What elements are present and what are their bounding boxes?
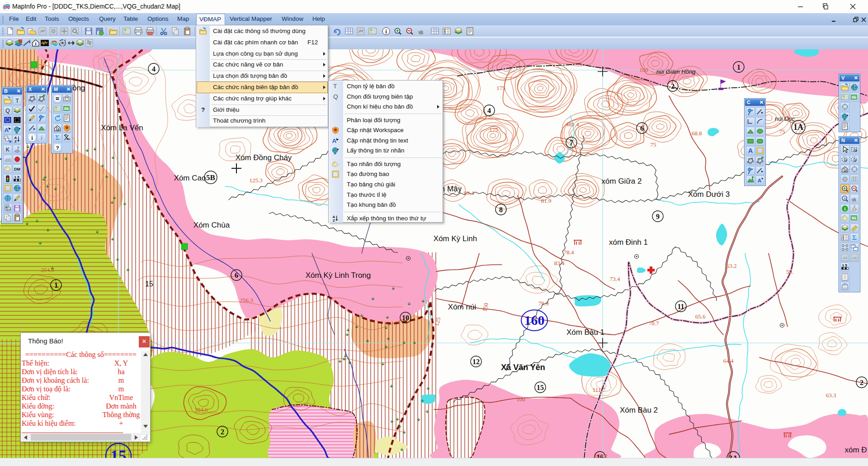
svg-text:Z: Z: [333, 219, 335, 223]
svg-text:81.9: 81.9: [541, 197, 552, 204]
svg-text:73.4: 73.4: [610, 276, 620, 282]
svg-text:12: 12: [472, 358, 480, 366]
svg-text:2: 2: [671, 82, 675, 90]
svg-text:5B: 5B: [206, 173, 215, 182]
svg-text:T: T: [15, 98, 19, 104]
svg-text:68.8: 68.8: [692, 130, 702, 137]
svg-text:63.3: 63.3: [826, 392, 836, 399]
svg-text:1: 1: [737, 63, 741, 71]
svg-text:Xóm núi: Xóm núi: [448, 303, 476, 311]
svg-text:DM: DM: [14, 167, 20, 171]
svg-text:A: A: [758, 177, 762, 183]
svg-text:?: ?: [844, 197, 846, 201]
svg-text:A: A: [4, 126, 9, 133]
svg-text:394.6: 394.6: [194, 406, 208, 413]
svg-text:5%: 5%: [852, 95, 857, 99]
svg-text:100: 100: [516, 396, 525, 403]
svg-text:83.4: 83.4: [554, 260, 565, 266]
svg-text:i: i: [41, 135, 42, 141]
svg-text:1A: 1A: [793, 123, 803, 132]
svg-text:Xóm Đồng Cháy: Xóm Đồng Cháy: [236, 153, 292, 162]
svg-text:1 5: 1 5: [842, 263, 847, 267]
svg-text:Xóm Chùa: Xóm Chùa: [193, 221, 230, 229]
svg-text:Xóm Bàu 1: Xóm Bàu 1: [566, 328, 604, 337]
svg-text:15: 15: [145, 280, 153, 288]
svg-text:5%: 5%: [64, 106, 69, 110]
svg-text:i: i: [29, 38, 30, 44]
svg-text:Xóm La Vến: Xóm La Vến: [101, 124, 143, 132]
svg-text:núi Dọc: núi Dọc: [775, 115, 795, 122]
svg-text:125.3: 125.3: [249, 177, 262, 184]
svg-text:Xóm Cao: Xóm Cao: [174, 174, 206, 182]
svg-text:4: 4: [487, 107, 491, 114]
svg-text:i: i: [385, 28, 387, 35]
svg-text:8: 8: [499, 206, 503, 214]
svg-text:Xã Văn Yên: Xã Văn Yên: [501, 363, 545, 372]
svg-text:160: 160: [524, 313, 545, 328]
svg-text:100: 100: [639, 67, 648, 73]
svg-text:7: 7: [570, 139, 573, 147]
svg-text:256.3: 256.3: [240, 297, 253, 304]
svg-text:núi Giám Hồng: núi Giám Hồng: [656, 68, 696, 75]
svg-text:4: 4: [152, 65, 156, 73]
svg-text:2: 2: [860, 379, 863, 386]
svg-text:79.9: 79.9: [538, 300, 549, 307]
svg-text:63.2: 63.2: [726, 262, 737, 269]
svg-text:9: 9: [656, 213, 660, 220]
svg-text:i: i: [31, 135, 33, 141]
svg-text:xóm Giữa 2: xóm Giữa 2: [602, 177, 642, 185]
svg-text:65.6: 65.6: [695, 313, 706, 320]
svg-text:Xóm Dưới 3: Xóm Dưới 3: [688, 190, 730, 199]
svg-text:15: 15: [537, 384, 544, 391]
svg-text:175: 175: [496, 85, 505, 91]
svg-text:254.0: 254.0: [41, 266, 54, 273]
svg-text:xóm Đ: xóm Đ: [844, 446, 867, 454]
svg-text:59.: 59.: [786, 268, 793, 275]
svg-text:10: 10: [402, 314, 409, 322]
svg-text:i: i: [844, 206, 846, 211]
svg-text:78.4: 78.4: [564, 249, 574, 256]
svg-text:6: 6: [235, 271, 238, 279]
svg-text:K: K: [6, 147, 10, 153]
svg-text:i: i: [35, 41, 36, 46]
svg-text:Σ: Σ: [55, 134, 60, 142]
svg-text:2: 2: [221, 428, 224, 436]
svg-text:481.4: 481.4: [566, 121, 579, 128]
svg-text:Xóm Bàu 2: Xóm Bàu 2: [620, 406, 658, 414]
svg-text:70.7: 70.7: [649, 320, 659, 327]
svg-text:1 5: 1 5: [14, 175, 19, 179]
svg-text:Xóm Kỳ Linh Trong: Xóm Kỳ Linh Trong: [306, 271, 371, 280]
svg-text:5%: 5%: [852, 216, 857, 220]
svg-text:175: 175: [489, 126, 498, 133]
svg-text:xóm Đinh 1: xóm Đinh 1: [609, 238, 648, 247]
svg-text:DM: DM: [7, 208, 11, 210]
svg-text:A: A: [332, 138, 336, 144]
svg-text:1: 1: [54, 281, 58, 289]
svg-text:Σ: Σ: [852, 234, 857, 242]
svg-text:Z: Z: [14, 140, 17, 144]
svg-text:111.7: 111.7: [593, 386, 606, 393]
svg-text:93.4: 93.4: [464, 190, 474, 196]
svg-text:A: A: [748, 147, 753, 155]
svg-text:11: 11: [677, 303, 684, 310]
svg-text:n Mây: n Mây: [441, 185, 462, 193]
svg-text:6: 6: [640, 124, 644, 132]
svg-text:Xóm Kỳ Linh: Xóm Kỳ Linh: [434, 234, 477, 243]
svg-text:64.4: 64.4: [723, 357, 734, 364]
svg-text:75: 75: [779, 128, 785, 135]
svg-text:?: ?: [56, 145, 59, 151]
svg-text:Q: Q: [5, 107, 10, 114]
svg-text:75: 75: [651, 141, 656, 148]
